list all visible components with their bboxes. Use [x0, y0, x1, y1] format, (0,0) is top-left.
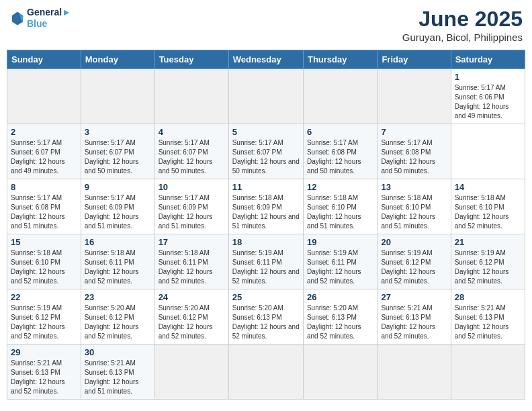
column-header-friday: Friday	[378, 50, 451, 69]
day-cell-26: 26 Sunrise: 5:20 AM Sunset: 6:13 PM Dayl…	[303, 289, 377, 345]
day-number: 12	[307, 182, 373, 192]
column-header-tuesday: Tuesday	[154, 50, 228, 69]
day-info: Sunrise: 5:19 AM Sunset: 6:12 PM Dayligh…	[381, 248, 447, 286]
day-info: Sunrise: 5:17 AM Sunset: 6:08 PM Dayligh…	[11, 193, 77, 231]
day-number: 26	[307, 292, 373, 302]
column-header-sunday: Sunday	[7, 50, 81, 69]
day-info: Sunrise: 5:18 AM Sunset: 6:10 PM Dayligh…	[307, 193, 373, 231]
day-cell-5: 5 Sunrise: 5:17 AM Sunset: 6:07 PM Dayli…	[228, 124, 303, 179]
day-number: 22	[11, 292, 77, 302]
day-info: Sunrise: 5:18 AM Sunset: 6:11 PM Dayligh…	[85, 248, 151, 286]
logo-icon	[9, 10, 26, 26]
calendar-table: SundayMondayTuesdayWednesdayThursdayFrid…	[7, 50, 525, 400]
day-number: 28	[455, 292, 521, 302]
day-info: Sunrise: 5:17 AM Sunset: 6:07 PM Dayligh…	[11, 138, 77, 176]
day-info: Sunrise: 5:17 AM Sunset: 6:07 PM Dayligh…	[159, 138, 225, 176]
day-number: 3	[85, 127, 151, 137]
day-cell-11: 11 Sunrise: 5:18 AM Sunset: 6:09 PM Dayl…	[228, 179, 303, 234]
day-number: 13	[381, 182, 447, 192]
day-number: 14	[455, 182, 521, 192]
day-number: 30	[85, 347, 151, 357]
day-info: Sunrise: 5:20 AM Sunset: 6:13 PM Dayligh…	[232, 304, 300, 341]
day-cell-8: 8 Sunrise: 5:17 AM Sunset: 6:08 PM Dayli…	[7, 179, 81, 234]
column-header-monday: Monday	[81, 50, 154, 69]
day-info: Sunrise: 5:19 AM Sunset: 6:12 PM Dayligh…	[11, 304, 77, 341]
header-row: SundayMondayTuesdayWednesdayThursdayFrid…	[7, 50, 525, 69]
day-info: Sunrise: 5:17 AM Sunset: 6:07 PM Dayligh…	[232, 138, 300, 176]
day-cell-21: 21 Sunrise: 5:19 AM Sunset: 6:12 PM Dayl…	[451, 234, 525, 289]
day-info: Sunrise: 5:20 AM Sunset: 6:12 PM Dayligh…	[159, 304, 225, 341]
day-info: Sunrise: 5:21 AM Sunset: 6:13 PM Dayligh…	[85, 359, 151, 396]
logo: General► Blue	[9, 7, 71, 30]
day-number: 21	[455, 237, 521, 247]
day-info: Sunrise: 5:18 AM Sunset: 6:09 PM Dayligh…	[232, 193, 300, 231]
column-header-saturday: Saturday	[451, 50, 525, 69]
day-info: Sunrise: 5:17 AM Sunset: 6:07 PM Dayligh…	[85, 138, 151, 176]
day-cell-10: 10 Sunrise: 5:17 AM Sunset: 6:09 PM Dayl…	[154, 179, 228, 234]
day-number: 4	[159, 127, 225, 137]
day-info: Sunrise: 5:21 AM Sunset: 6:13 PM Dayligh…	[11, 359, 77, 396]
day-cell-18: 18 Sunrise: 5:19 AM Sunset: 6:11 PM Dayl…	[228, 234, 303, 289]
day-number: 8	[11, 182, 77, 192]
week-row-5: 22 Sunrise: 5:19 AM Sunset: 6:12 PM Dayl…	[7, 289, 525, 345]
day-cell-4: 4 Sunrise: 5:17 AM Sunset: 6:07 PM Dayli…	[154, 124, 228, 179]
day-cell-20: 20 Sunrise: 5:19 AM Sunset: 6:12 PM Dayl…	[378, 234, 451, 289]
empty-cell	[451, 345, 525, 400]
day-cell-27: 27 Sunrise: 5:21 AM Sunset: 6:13 PM Dayl…	[378, 289, 451, 345]
day-cell-1: 1 Sunrise: 5:17 AM Sunset: 6:06 PM Dayli…	[451, 69, 525, 124]
day-cell-24: 24 Sunrise: 5:20 AM Sunset: 6:12 PM Dayl…	[154, 289, 228, 345]
day-number: 27	[381, 292, 447, 302]
empty-cell	[228, 69, 303, 124]
day-cell-17: 17 Sunrise: 5:18 AM Sunset: 6:11 PM Dayl…	[154, 234, 228, 289]
day-number: 10	[159, 182, 225, 192]
day-number: 24	[159, 292, 225, 302]
logo-text: General► Blue	[27, 7, 71, 30]
week-row-2: 2 Sunrise: 5:17 AM Sunset: 6:07 PM Dayli…	[7, 124, 525, 179]
day-info: Sunrise: 5:21 AM Sunset: 6:13 PM Dayligh…	[455, 304, 521, 341]
day-info: Sunrise: 5:19 AM Sunset: 6:12 PM Dayligh…	[455, 248, 521, 286]
day-info: Sunrise: 5:18 AM Sunset: 6:10 PM Dayligh…	[455, 193, 521, 231]
day-number: 15	[11, 237, 77, 247]
day-cell-22: 22 Sunrise: 5:19 AM Sunset: 6:12 PM Dayl…	[7, 289, 81, 345]
day-cell-16: 16 Sunrise: 5:18 AM Sunset: 6:11 PM Dayl…	[81, 234, 154, 289]
day-number: 19	[307, 237, 373, 247]
day-cell-30: 30 Sunrise: 5:21 AM Sunset: 6:13 PM Dayl…	[81, 345, 154, 400]
day-cell-28: 28 Sunrise: 5:21 AM Sunset: 6:13 PM Dayl…	[451, 289, 525, 345]
day-info: Sunrise: 5:17 AM Sunset: 6:08 PM Dayligh…	[381, 138, 447, 176]
day-info: Sunrise: 5:18 AM Sunset: 6:11 PM Dayligh…	[159, 248, 225, 286]
day-number: 1	[455, 72, 521, 82]
week-row-3: 8 Sunrise: 5:17 AM Sunset: 6:08 PM Dayli…	[7, 179, 525, 234]
day-info: Sunrise: 5:20 AM Sunset: 6:12 PM Dayligh…	[85, 304, 151, 341]
empty-cell	[228, 345, 303, 400]
empty-cell	[154, 345, 228, 400]
column-header-wednesday: Wednesday	[228, 50, 303, 69]
day-number: 7	[381, 127, 447, 137]
day-number: 17	[159, 237, 225, 247]
day-cell-19: 19 Sunrise: 5:19 AM Sunset: 6:11 PM Dayl…	[303, 234, 377, 289]
day-cell-23: 23 Sunrise: 5:20 AM Sunset: 6:12 PM Dayl…	[81, 289, 154, 345]
day-number: 16	[85, 237, 151, 247]
day-cell-14: 14 Sunrise: 5:18 AM Sunset: 6:10 PM Dayl…	[451, 179, 525, 234]
day-cell-25: 25 Sunrise: 5:20 AM Sunset: 6:13 PM Dayl…	[228, 289, 303, 345]
page-header: General► Blue June 2025 Guruyan, Bicol, …	[7, 7, 525, 43]
empty-cell	[303, 69, 377, 124]
empty-cell	[7, 69, 81, 124]
day-info: Sunrise: 5:18 AM Sunset: 6:10 PM Dayligh…	[381, 193, 447, 231]
week-row-6: 29 Sunrise: 5:21 AM Sunset: 6:13 PM Dayl…	[7, 345, 525, 400]
empty-cell	[303, 345, 377, 400]
day-info: Sunrise: 5:17 AM Sunset: 6:08 PM Dayligh…	[307, 138, 373, 176]
day-number: 6	[307, 127, 373, 137]
calendar-subtitle: Guruyan, Bicol, Philippines	[402, 32, 523, 43]
day-cell-13: 13 Sunrise: 5:18 AM Sunset: 6:10 PM Dayl…	[378, 179, 451, 234]
day-info: Sunrise: 5:17 AM Sunset: 6:09 PM Dayligh…	[159, 193, 225, 231]
week-row-1: 1 Sunrise: 5:17 AM Sunset: 6:06 PM Dayli…	[7, 69, 525, 124]
empty-cell	[378, 69, 451, 124]
day-cell-12: 12 Sunrise: 5:18 AM Sunset: 6:10 PM Dayl…	[303, 179, 377, 234]
day-info: Sunrise: 5:19 AM Sunset: 6:11 PM Dayligh…	[307, 248, 373, 286]
day-cell-2: 2 Sunrise: 5:17 AM Sunset: 6:07 PM Dayli…	[7, 124, 81, 179]
calendar-title: June 2025	[402, 7, 523, 32]
empty-cell	[81, 69, 154, 124]
day-cell-6: 6 Sunrise: 5:17 AM Sunset: 6:08 PM Dayli…	[303, 124, 377, 179]
day-info: Sunrise: 5:17 AM Sunset: 6:06 PM Dayligh…	[455, 83, 521, 121]
empty-cell	[154, 69, 228, 124]
